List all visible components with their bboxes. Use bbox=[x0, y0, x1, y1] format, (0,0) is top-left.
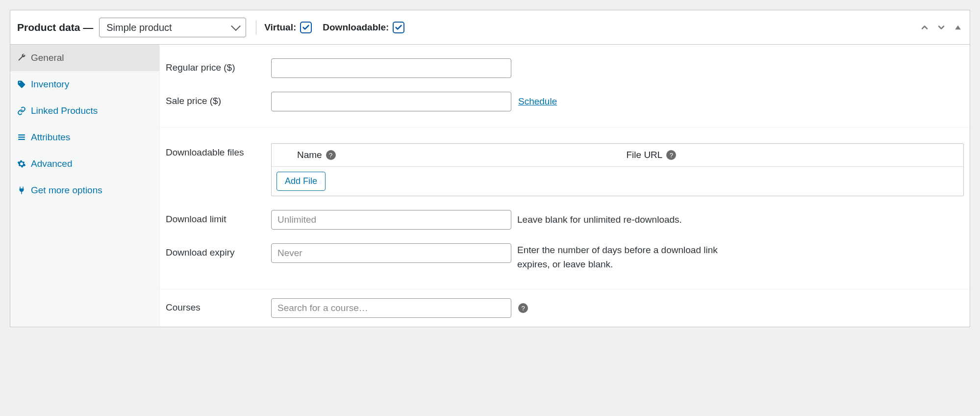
gear-icon bbox=[17, 159, 26, 168]
files-col-url: File URL ? bbox=[627, 150, 956, 160]
downloadable-label: Downloadable: bbox=[323, 22, 389, 33]
sidebar-item-label: Inventory bbox=[31, 79, 69, 90]
divider bbox=[256, 21, 256, 34]
download-expiry-hint: Enter the number of days before a downlo… bbox=[517, 243, 753, 271]
sidebar-item-label: Linked Products bbox=[31, 105, 98, 116]
pricing-section: Regular price ($) Sale price ($) Schedul… bbox=[160, 45, 970, 128]
product-type-select-wrap: Simple product bbox=[99, 18, 246, 37]
sidebar-item-label: Get more options bbox=[31, 185, 102, 196]
check-icon bbox=[302, 24, 310, 31]
svg-marker-0 bbox=[955, 25, 961, 29]
courses-input[interactable] bbox=[271, 298, 511, 318]
sidebar-item-label: Attributes bbox=[31, 132, 70, 143]
list-icon bbox=[17, 133, 26, 142]
sidebar-item-inventory[interactable]: Inventory bbox=[10, 71, 159, 98]
link-icon bbox=[17, 106, 26, 115]
downloadable-checkbox[interactable] bbox=[393, 22, 404, 33]
virtual-checkbox[interactable] bbox=[300, 22, 312, 33]
download-expiry-row: Download expiry Enter the number of days… bbox=[166, 236, 964, 278]
sidebar-item-attributes[interactable]: Attributes bbox=[10, 124, 159, 151]
add-file-button[interactable]: Add File bbox=[276, 172, 326, 191]
svg-rect-3 bbox=[18, 139, 25, 140]
download-expiry-label: Download expiry bbox=[166, 243, 271, 258]
content-area: Regular price ($) Sale price ($) Schedul… bbox=[160, 45, 970, 327]
sale-price-row: Sale price ($) Schedule bbox=[166, 85, 964, 118]
courses-label: Courses bbox=[166, 298, 271, 313]
download-limit-label: Download limit bbox=[166, 210, 271, 225]
virtual-label: Virtual: bbox=[264, 22, 296, 33]
virtual-checkbox-wrap[interactable]: Virtual: bbox=[264, 22, 312, 33]
svg-rect-2 bbox=[18, 137, 25, 138]
move-up-icon[interactable] bbox=[920, 23, 930, 32]
downloadable-checkbox-wrap[interactable]: Downloadable: bbox=[323, 22, 404, 33]
tag-icon bbox=[17, 80, 26, 89]
sidebar: General Inventory Linked Products Attrib… bbox=[10, 45, 160, 327]
downloadable-files-row: Downloadable files Name ? File URL ? bbox=[166, 136, 964, 203]
download-limit-hint: Leave blank for unlimited re-downloads. bbox=[517, 213, 682, 227]
product-type-select[interactable]: Simple product bbox=[99, 18, 246, 37]
help-icon[interactable]: ? bbox=[518, 303, 528, 313]
courses-row: Courses ? bbox=[160, 289, 970, 327]
help-icon[interactable]: ? bbox=[326, 150, 336, 160]
virtual-downloadable-group: Virtual: Downloadable: bbox=[264, 22, 404, 33]
sale-price-input[interactable] bbox=[271, 92, 511, 111]
files-table-header: Name ? File URL ? bbox=[272, 144, 963, 167]
courses-help-wrap: ? bbox=[518, 303, 528, 313]
sidebar-item-general[interactable]: General bbox=[10, 45, 159, 71]
help-icon[interactable]: ? bbox=[666, 150, 676, 160]
panel-body: General Inventory Linked Products Attrib… bbox=[10, 45, 970, 327]
download-limit-row: Download limit Leave blank for unlimited… bbox=[166, 203, 964, 236]
svg-rect-1 bbox=[18, 134, 25, 135]
sidebar-item-label: Advanced bbox=[31, 158, 73, 169]
files-col-url-text: File URL bbox=[627, 150, 663, 160]
product-data-panel: Product data — Simple product Virtual: D… bbox=[10, 10, 970, 327]
download-limit-input[interactable] bbox=[271, 210, 511, 230]
schedule-link[interactable]: Schedule bbox=[518, 96, 557, 107]
sale-price-label: Sale price ($) bbox=[166, 92, 271, 106]
regular-price-label: Regular price ($) bbox=[166, 58, 271, 73]
files-table-footer: Add File bbox=[272, 167, 963, 196]
check-icon bbox=[395, 24, 402, 31]
plug-icon bbox=[17, 186, 26, 195]
move-down-icon[interactable] bbox=[936, 23, 946, 32]
panel-title: Product data — bbox=[17, 22, 93, 33]
panel-header: Product data — Simple product Virtual: D… bbox=[10, 10, 970, 45]
wrench-icon bbox=[17, 53, 26, 62]
sidebar-item-advanced[interactable]: Advanced bbox=[10, 151, 159, 177]
downloadable-files-label: Downloadable files bbox=[166, 143, 271, 158]
files-col-name: Name ? bbox=[297, 150, 627, 160]
panel-header-controls bbox=[920, 23, 963, 32]
sidebar-item-label: General bbox=[31, 52, 64, 63]
regular-price-row: Regular price ($) bbox=[166, 52, 964, 85]
files-table: Name ? File URL ? Add File bbox=[271, 143, 964, 196]
regular-price-input[interactable] bbox=[271, 58, 511, 78]
sidebar-item-linked-products[interactable]: Linked Products bbox=[10, 98, 159, 124]
files-col-name-text: Name bbox=[297, 150, 322, 160]
sidebar-item-get-more-options[interactable]: Get more options bbox=[10, 177, 159, 204]
collapse-icon[interactable] bbox=[953, 23, 963, 32]
download-section: Downloadable files Name ? File URL ? bbox=[160, 128, 970, 289]
download-expiry-input[interactable] bbox=[271, 243, 511, 263]
